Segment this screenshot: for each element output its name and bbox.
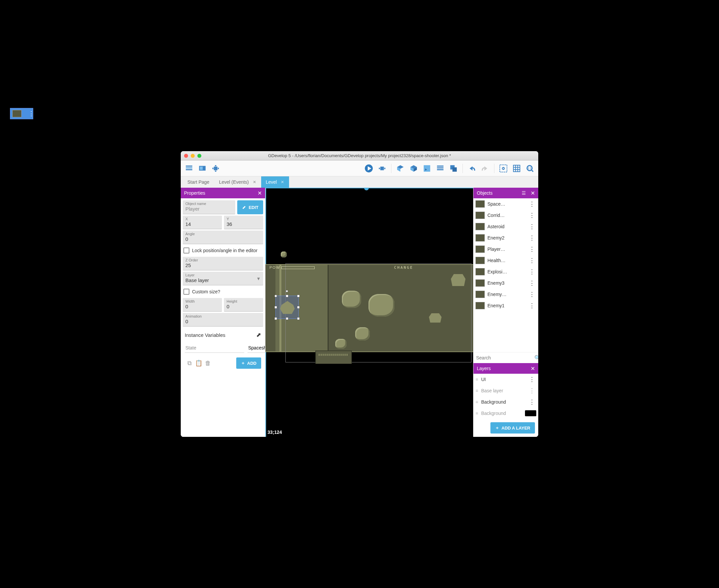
redo-icon[interactable] xyxy=(480,163,491,174)
add-instance-icon[interactable] xyxy=(408,163,419,174)
enemy-sprite[interactable] xyxy=(429,313,442,322)
resize-handle[interactable] xyxy=(286,295,289,297)
paste-icon[interactable]: 📋 xyxy=(194,358,203,368)
asteroid-sprite[interactable] xyxy=(342,291,361,308)
object-item[interactable]: Enemy…⋮ xyxy=(473,289,538,300)
kebab-icon[interactable]: ⋮ xyxy=(528,387,536,394)
zoom-window-icon[interactable] xyxy=(197,154,202,158)
play-icon[interactable] xyxy=(363,163,375,174)
resize-handle[interactable] xyxy=(297,317,300,320)
close-window-icon[interactable] xyxy=(184,154,188,158)
kebab-icon[interactable]: ⋮ xyxy=(528,398,536,406)
ruler-knob[interactable] xyxy=(364,188,369,190)
asteroid-sprite[interactable] xyxy=(368,294,395,317)
kebab-icon[interactable]: ⋮ xyxy=(528,279,536,287)
delete-icon[interactable]: 🗑 xyxy=(203,358,213,368)
kebab-icon[interactable]: ⋮ xyxy=(528,268,536,275)
layer-item[interactable]: ≡UI⋮ xyxy=(473,374,538,385)
extensions-icon[interactable] xyxy=(210,163,221,174)
edit-layer-icon[interactable] xyxy=(421,163,432,174)
enemy-sprite[interactable] xyxy=(451,274,465,286)
custom-size-checkbox[interactable]: Custom size? xyxy=(183,287,263,297)
layer-select[interactable]: LayerBase layer xyxy=(183,272,263,285)
edit-button[interactable]: EDIT xyxy=(237,200,263,214)
add-layer-button[interactable]: ＋ADD A LAYER xyxy=(490,422,535,434)
kebab-icon[interactable]: ⋮ xyxy=(528,257,536,264)
titlebar[interactable]: GDevelop 5 - /Users/florian/Documents/GD… xyxy=(181,151,538,161)
kebab-icon[interactable]: ⋮ xyxy=(528,291,536,298)
rotate-handle[interactable] xyxy=(286,290,288,292)
color-swatch[interactable] xyxy=(525,410,536,416)
add-object-icon[interactable] xyxy=(395,163,406,174)
angle-field[interactable]: Angle0 xyxy=(183,231,263,244)
close-icon[interactable]: ✕ xyxy=(281,180,284,184)
object-name-field[interactable]: Object name Player xyxy=(183,200,235,214)
resize-handle[interactable] xyxy=(274,306,277,309)
resize-handle[interactable] xyxy=(274,295,277,297)
object-item[interactable]: Enemy1⋮ xyxy=(473,300,538,311)
y-field[interactable]: Y36 xyxy=(224,216,263,229)
zoom-out-icon[interactable] xyxy=(498,163,509,174)
asteroid-sprite[interactable] xyxy=(335,339,346,349)
scenes-icon[interactable] xyxy=(448,163,459,174)
close-icon[interactable]: ✕ xyxy=(531,190,535,196)
object-item[interactable]: Player…⋮ xyxy=(473,244,538,255)
close-icon[interactable]: ✕ xyxy=(257,190,262,196)
x-field[interactable]: X14 xyxy=(183,216,222,229)
close-icon[interactable]: ✕ xyxy=(531,365,535,372)
tab-start-page[interactable]: Start Page xyxy=(183,176,214,188)
layer-item[interactable]: ≡Background⋮ xyxy=(473,396,538,407)
layer-item[interactable]: ≡Base layer⋮ xyxy=(473,385,538,396)
debug-icon[interactable] xyxy=(377,163,388,174)
filter-icon[interactable]: ☰ xyxy=(522,190,526,196)
drag-handle-icon[interactable]: ≡ xyxy=(475,388,478,393)
kebab-icon[interactable]: ⋮ xyxy=(528,246,536,253)
animation-field[interactable]: Animation0 xyxy=(183,313,263,327)
resize-handle[interactable] xyxy=(274,317,277,320)
export-icon[interactable] xyxy=(197,163,208,174)
grid-icon[interactable] xyxy=(511,163,522,174)
zorder-field[interactable]: Z Order25 xyxy=(183,257,263,270)
undo-icon[interactable] xyxy=(466,163,478,174)
object-item[interactable]: Explosi…⋮ xyxy=(473,266,538,277)
zoom-fit-icon[interactable]: 1:1 xyxy=(524,163,535,174)
search-input[interactable] xyxy=(476,354,534,362)
object-item[interactable]: Enemy2⋮ xyxy=(473,232,538,244)
object-item[interactable]: Asteroid⋮ xyxy=(473,221,538,232)
asteroid-sprite[interactable] xyxy=(355,327,370,340)
kebab-icon[interactable]: ⋮ xyxy=(528,376,536,383)
copy-icon[interactable]: ⧉ xyxy=(185,358,194,368)
tab-level[interactable]: Level✕ xyxy=(261,176,289,188)
search-icon[interactable]: 🔍 xyxy=(534,355,538,361)
instance-variables-section[interactable]: Instance Variables ⬈ xyxy=(183,328,263,342)
kebab-icon[interactable]: ⋮ xyxy=(528,223,536,230)
scene-canvas[interactable]: POW CHANGE 33;124 xyxy=(266,188,473,437)
variable-value-input[interactable] xyxy=(248,343,265,353)
project-manager-icon[interactable] xyxy=(184,163,195,174)
resize-handle[interactable] xyxy=(297,306,300,309)
platform-sprite[interactable] xyxy=(315,351,352,364)
object-item[interactable]: Enemy3⋮ xyxy=(473,277,538,289)
events-icon[interactable] xyxy=(435,163,446,174)
kebab-icon[interactable]: ⋮ xyxy=(528,234,536,241)
kebab-icon[interactable]: ⋮ xyxy=(528,302,536,309)
object-item[interactable]: Health…⋮ xyxy=(473,255,538,266)
drag-handle-icon[interactable]: ≡ xyxy=(475,411,478,416)
selection-box[interactable] xyxy=(275,296,299,319)
height-field[interactable]: Height0 xyxy=(224,298,263,312)
resize-handle[interactable] xyxy=(297,295,300,297)
tab-level-events[interactable]: Level (Events)✕ xyxy=(214,176,261,188)
add-variable-button[interactable]: ＋ADD xyxy=(236,357,261,369)
minimize-window-icon[interactable] xyxy=(191,154,195,158)
object-item[interactable]: Corrid…⋮ xyxy=(473,210,538,221)
kebab-icon[interactable]: ⋮ xyxy=(528,200,536,208)
kebab-icon[interactable]: ⋮ xyxy=(528,212,536,219)
lock-checkbox[interactable]: Lock position/angle in the editor xyxy=(183,246,263,255)
drag-handle-icon[interactable]: ≡ xyxy=(475,377,478,382)
asteroid-sprite[interactable] xyxy=(281,251,287,257)
object-item[interactable]: Space…⋮ xyxy=(473,198,538,210)
close-icon[interactable]: ✕ xyxy=(253,180,256,184)
width-field[interactable]: Width0 xyxy=(183,298,222,312)
open-external-icon[interactable]: ⬈ xyxy=(256,331,261,338)
variable-name-input[interactable] xyxy=(185,343,244,353)
